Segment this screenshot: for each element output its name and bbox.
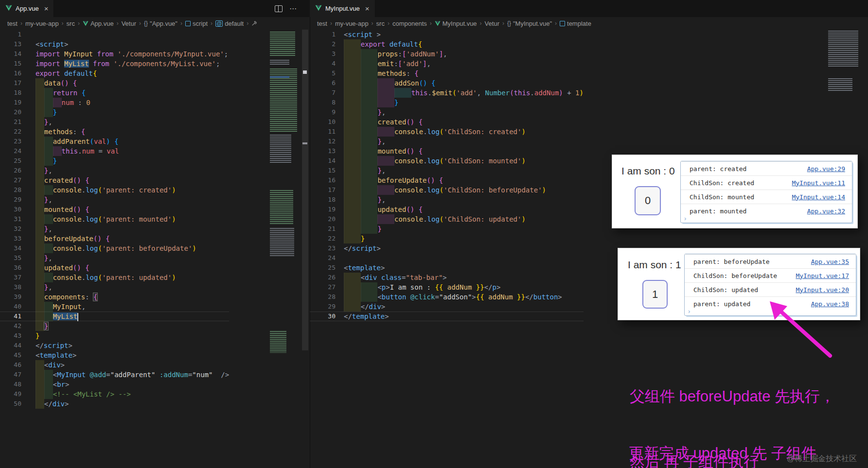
breadcrumb-label: MyInput.vue — [443, 20, 477, 27]
code-text: beforeUpdate() { — [35, 234, 110, 243]
tab-label: MyInput.vue — [325, 5, 360, 12]
vue-logo-icon — [315, 5, 322, 13]
line-number: 26 — [310, 273, 344, 282]
breadcrumb-item[interactable]: template — [560, 20, 591, 27]
line-number: 18 — [310, 195, 344, 205]
code-text: <script> — [35, 39, 68, 49]
code-line: 18return { — [0, 88, 229, 98]
code-text: emit:['add'], — [344, 59, 431, 69]
line-number: 25 — [310, 263, 344, 273]
code-line: 29}, — [0, 195, 229, 205]
breadcrumb-separator: › — [330, 20, 332, 27]
counter-button: 0 — [635, 186, 661, 215]
code-text: }, — [344, 107, 386, 117]
code-line: 33beforeUpdate() { — [0, 234, 229, 243]
more-actions-icon[interactable]: ⋯ — [289, 4, 297, 13]
code-text: </script> — [35, 341, 72, 350]
code-line: 8} — [310, 98, 584, 107]
close-icon[interactable]: × — [44, 4, 49, 13]
breadcrumb-item[interactable]: my-vue-app — [335, 20, 369, 27]
right-tab-bar: MyInput.vue × — [310, 0, 868, 17]
code-text: mounted() { — [344, 146, 423, 156]
console-prompt-icon: › — [684, 215, 686, 222]
line-number: 47 — [0, 370, 35, 380]
breadcrumb-item[interactable]: script — [185, 20, 208, 27]
code-line: 1<script > — [310, 30, 584, 39]
breadcrumb-item[interactable]: src — [67, 20, 75, 27]
line-number: 5 — [310, 69, 344, 78]
code-text: addParent(val) { — [35, 137, 119, 146]
console-log-message: ChildSon: beforeUpdate — [693, 272, 777, 279]
code-line: 47<MyInput @add="addParent" :addNum="num… — [0, 370, 229, 380]
code-text: console.log('ChildSon: updated') — [344, 214, 526, 224]
line-number: 50 — [0, 399, 35, 409]
code-line: 37console.log('parent: updated') — [0, 273, 229, 282]
line-number: 27 — [0, 175, 35, 185]
breadcrumb-item[interactable]: {}"App.vue" — [144, 20, 177, 27]
code-text: <MyInput @add="addParent" :addNum="num" … — [35, 370, 229, 380]
code-line: 4emit:['add'], — [310, 59, 584, 69]
code-line: 15import MyList from './components/MyLis… — [0, 59, 229, 69]
line-number: 49 — [0, 389, 35, 399]
breadcrumb-item[interactable]: test — [317, 20, 327, 27]
console-log-message: parent: updated — [693, 300, 750, 308]
code-line: 21}, — [0, 117, 229, 127]
line-number: 25 — [0, 156, 35, 166]
breadcrumb-item[interactable]: my-vue-app — [25, 20, 59, 27]
tab-myinput-vue[interactable]: MyInput.vue × — [310, 0, 375, 17]
code-line: 13mounted() { — [310, 146, 584, 156]
code-text: }, — [35, 224, 53, 234]
breadcrumb-separator: › — [430, 20, 432, 27]
code-text: }, — [35, 117, 53, 127]
breadcrumb-item[interactable]: components — [392, 20, 427, 27]
line-number: 20 — [0, 107, 35, 117]
left-scrollbar[interactable] — [301, 30, 309, 468]
code-text: console.log('ChildSon: beforeUpdate') — [344, 185, 546, 195]
tab-app-vue[interactable]: App.vue × — [0, 0, 54, 17]
breadcrumb-item[interactable] — [251, 21, 257, 26]
code-line: 23</script> — [310, 243, 584, 253]
line-number: 30 — [0, 205, 35, 214]
split-editor-icon[interactable] — [275, 5, 283, 12]
code-line: 22methods: { — [0, 127, 229, 137]
vue-logo-icon — [5, 5, 12, 13]
code-line: 15}, — [310, 166, 584, 175]
code-line: 20} — [0, 107, 229, 117]
code-line: 2export default{ — [310, 39, 584, 49]
code-text: addSon() { — [344, 78, 435, 88]
line-number: 28 — [0, 185, 35, 195]
line-number: 31 — [0, 214, 35, 224]
breadcrumb-item[interactable]: @default — [215, 20, 244, 27]
breadcrumb-item[interactable]: {}"MyInput.vue" — [507, 20, 552, 27]
code-text: } — [35, 331, 39, 341]
breadcrumb-item[interactable]: Vetur — [122, 20, 136, 27]
code-text: import MyInput from './components/MyInpu… — [35, 49, 228, 59]
code-text: <template> — [344, 263, 385, 273]
code-line: 1 — [0, 30, 229, 39]
line-number: 10 — [310, 117, 344, 127]
breadcrumb-item[interactable]: src — [376, 20, 385, 27]
line-number: 16 — [0, 69, 35, 78]
code-line: 19num : 0 — [0, 98, 229, 107]
line-number: 18 — [0, 88, 35, 98]
code-line: 38}, — [0, 282, 229, 292]
close-icon[interactable]: × — [365, 4, 370, 13]
breadcrumb-item[interactable]: MyInput.vue — [435, 20, 477, 27]
console-log-row: ChildSon: createdMyInput.vue:11 — [681, 175, 852, 190]
code-line: 18}, — [310, 195, 584, 205]
breadcrumb-separator: › — [372, 20, 373, 27]
breadcrumb-item[interactable]: Vetur — [485, 20, 499, 27]
line-number: 34 — [0, 243, 35, 253]
breadcrumb-item[interactable]: App.vue — [83, 20, 114, 27]
left-minimap[interactable] — [268, 30, 301, 467]
line-number: 20 — [310, 214, 344, 224]
breadcrumb-item[interactable]: test — [7, 20, 18, 27]
right-code-editor[interactable]: 1<script >2export default{3props:['addNu… — [310, 30, 584, 321]
console-log-row: ChildSon: mountedMyInput.vue:14 — [681, 190, 852, 204]
code-line: 14console.log('ChildSon: mounted') — [310, 156, 584, 166]
code-line: 39components: { — [0, 292, 229, 302]
code-text: beforeUpdate() { — [344, 175, 443, 185]
left-code-editor[interactable]: 113<script>14import MyInput from './comp… — [0, 30, 229, 409]
counter-text: I am son : 1 — [628, 259, 681, 271]
breadcrumb-separator: › — [247, 20, 248, 27]
